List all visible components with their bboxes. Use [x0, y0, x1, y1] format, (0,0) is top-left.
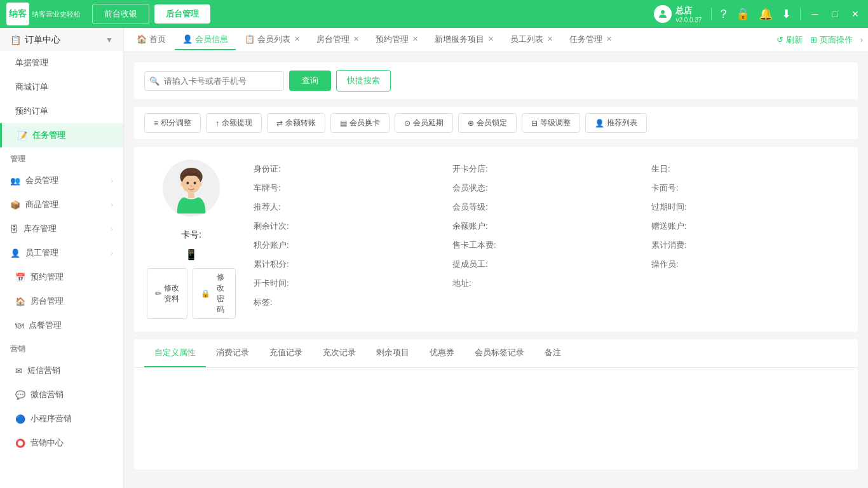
sidebar-item-member-mgmt[interactable]: 👥 会员管理 ›: [0, 168, 123, 193]
tab-staff-list[interactable]: 员工列表 ✕: [503, 30, 560, 50]
edit-icon: ✏: [155, 289, 161, 298]
sidebar-item-receipt[interactable]: 单据管理: [0, 51, 123, 75]
detail-tab-coupons[interactable]: 优惠券: [419, 339, 465, 367]
order-center-chevron[interactable]: ▼: [105, 36, 113, 44]
field-member-level: 会员等级:: [447, 198, 646, 217]
points-adjust-btn[interactable]: ≡ 积分调整: [144, 113, 201, 133]
tab-room-mgmt[interactable]: 房台管理 ✕: [309, 30, 367, 50]
close-btn[interactable]: ✕: [849, 8, 862, 20]
sidebar-item-booking-mgmt[interactable]: 📅 预约管理: [0, 265, 123, 289]
sidebar-item-marketing-center[interactable]: ⭕ 营销中心: [0, 431, 123, 455]
field-tag: 标签:: [248, 293, 447, 312]
download-icon[interactable]: ⬇: [782, 7, 791, 21]
tab-new-service[interactable]: 新增服务项目 ✕: [427, 30, 501, 50]
edit-profile-btn[interactable]: ✏ 修改资料: [147, 268, 187, 319]
header-right: 总店 v2.0.0.37 ? 🔒 🔔 ⬇ ─ □ ✕: [654, 5, 862, 24]
tab-action-chevron[interactable]: ›: [860, 35, 863, 44]
field-birthday: 生日:: [646, 159, 845, 179]
quick-search-btn[interactable]: 快捷搜索: [336, 70, 391, 92]
detail-tab-remaining[interactable]: 剩余项目: [366, 339, 419, 367]
tab-member-info[interactable]: 👤 会员信息: [175, 30, 236, 50]
sidebar-item-stock-mgmt[interactable]: 🗄 库存管理 ›: [0, 217, 123, 241]
sidebar-item-staff-mgmt[interactable]: 👤 员工管理 ›: [0, 241, 123, 265]
logo-area: 纳客 纳客营业史轻松: [6, 3, 81, 25]
field-id: 身份证:: [248, 159, 447, 179]
sidebar-item-task-mgmt[interactable]: 📝 任务管理: [0, 123, 123, 147]
lock-icon: ⊕: [468, 119, 474, 128]
card-icon: ▤: [340, 119, 347, 128]
search-query-btn[interactable]: 查询: [289, 71, 331, 91]
points-icon: ≡: [154, 119, 158, 128]
lock-icon[interactable]: 🔒: [736, 7, 750, 21]
tab-actions: ↺ 刷新 ⊞ 页面操作 ›: [776, 34, 863, 46]
field-cumulative-points: 累计积分:: [248, 255, 447, 274]
field-member-status: 会员状态:: [447, 179, 646, 198]
detail-tab-recharge[interactable]: 充值记录: [259, 339, 313, 367]
page-op-btn[interactable]: ⊞ 页面操作: [810, 34, 853, 46]
logo-icon: 纳客: [6, 3, 29, 25]
search-icon: 🔍: [149, 76, 159, 86]
mgmt-group-label: 管理: [0, 147, 123, 168]
refresh-btn[interactable]: ↺ 刷新: [776, 34, 803, 46]
detail-tab-charge-times[interactable]: 充次记录: [313, 339, 366, 367]
bell-icon[interactable]: 🔔: [759, 7, 773, 21]
minimize-btn[interactable]: ─: [810, 8, 821, 20]
sidebar: 📋 订单中心 ▼ 单据管理 商城订单 预约订单 📝 任务管理 管理 👥 会员管理…: [0, 28, 124, 488]
cashier-nav-btn[interactable]: 前台收银: [92, 4, 149, 24]
search-input[interactable]: [144, 71, 284, 91]
level-adjust-btn[interactable]: ⊟ 等级调整: [522, 113, 580, 133]
tab-close-member-list[interactable]: ✕: [294, 35, 300, 43]
tab-close-task[interactable]: ✕: [606, 35, 612, 43]
balance-transfer-btn[interactable]: ⇄ 余额转账: [267, 113, 325, 133]
divider2: [800, 8, 801, 20]
member-extend-btn[interactable]: ⊙ 会员延期: [395, 113, 453, 133]
tab-member-list[interactable]: 📋 会员列表 ✕: [237, 30, 308, 50]
svg-point-9: [199, 182, 202, 186]
tab-task-mgmt[interactable]: 任务管理 ✕: [562, 30, 620, 50]
tab-close-staff[interactable]: ✕: [547, 35, 553, 43]
card-replace-btn[interactable]: ▤ 会员换卡: [330, 113, 390, 133]
sidebar-item-wechat-marketing[interactable]: 💬 微信营销: [0, 383, 123, 407]
detail-tab-custom-attr[interactable]: 自定义属性: [144, 339, 206, 367]
referral-icon: 👤: [595, 119, 604, 128]
referral-list-btn[interactable]: 👤 推荐列表: [585, 113, 647, 133]
store-name: 总店: [675, 5, 702, 17]
main-layout: 📋 订单中心 ▼ 单据管理 商城订单 预约订单 📝 任务管理 管理 👥 会员管理…: [0, 28, 868, 488]
svg-point-3: [182, 175, 201, 193]
tab-booking-mgmt[interactable]: 预约管理 ✕: [368, 30, 426, 50]
withdraw-icon: ↑: [215, 119, 219, 128]
sidebar-item-miniapp-marketing[interactable]: 🔵 小程序营销: [0, 407, 123, 431]
sidebar-item-room-mgmt[interactable]: 🏠 房台管理: [0, 289, 123, 313]
tabs-bar: 🏠 首页 👤 会员信息 📋 会员列表 ✕ 房台管理 ✕ 预约管理 ✕ 新增服务: [124, 28, 868, 52]
balance-withdraw-btn[interactable]: ↑ 余额提现: [206, 113, 262, 133]
tab-home[interactable]: 🏠 首页: [129, 30, 173, 50]
field-gift-account: 赠送账户:: [646, 217, 845, 236]
avatar-section: 卡号: 📱 ✏ 修改资料 🔒 修改密码: [147, 159, 236, 319]
tab-close-new-service[interactable]: ✕: [488, 35, 494, 43]
detail-tab-member-tag[interactable]: 会员标签记录: [465, 339, 534, 367]
tab-close-room[interactable]: ✕: [353, 35, 359, 43]
sidebar-item-dining-mgmt[interactable]: 🍽 点餐管理: [0, 313, 123, 337]
key-icon: 🔒: [201, 289, 210, 298]
content-area: 🔍 查询 快捷搜索 ≡ 积分调整 ↑ 余额提现 ⇄ 余额转账: [124, 52, 868, 488]
field-commission-staff: 提成员工:: [447, 255, 646, 274]
member-lock-btn[interactable]: ⊕ 会员锁定: [458, 113, 517, 133]
detail-tab-notes[interactable]: 备注: [534, 339, 571, 367]
help-icon[interactable]: ?: [721, 8, 727, 21]
field-referrer: 推荐人:: [248, 198, 447, 217]
extend-icon: ⊙: [404, 119, 410, 128]
action-buttons-bar: ≡ 积分调整 ↑ 余额提现 ⇄ 余额转账 ▤ 会员换卡 ⊙ 会员延期: [134, 107, 858, 139]
sidebar-item-shop-order[interactable]: 商城订单: [0, 75, 123, 99]
tab-close-booking[interactable]: ✕: [412, 35, 418, 43]
sidebar-item-booking-order[interactable]: 预约订单: [0, 99, 123, 123]
backend-nav-btn[interactable]: 后台管理: [154, 4, 210, 24]
maximize-btn[interactable]: □: [830, 8, 840, 20]
logo-sub-text: 纳客营业史轻松: [32, 10, 81, 19]
change-pwd-btn[interactable]: 🔒 修改密码: [193, 268, 236, 319]
search-bar: 🔍 查询 快捷搜索: [134, 62, 858, 99]
member-mgmt-arrow: ›: [111, 177, 113, 184]
sidebar-item-sms-marketing[interactable]: ✉ 短信营销: [0, 358, 123, 383]
sidebar-item-product-mgmt[interactable]: 📦 商品管理 ›: [0, 193, 123, 217]
detail-tab-consume[interactable]: 消费记录: [206, 339, 259, 367]
stock-mgmt-arrow: ›: [111, 225, 113, 233]
